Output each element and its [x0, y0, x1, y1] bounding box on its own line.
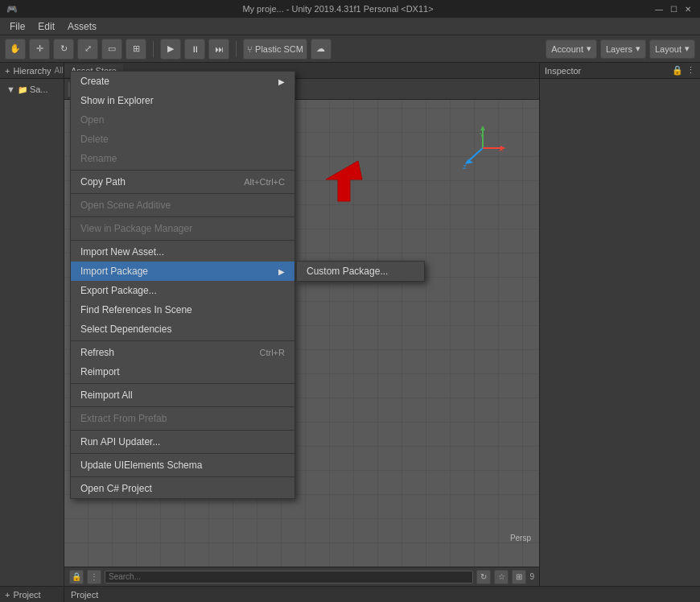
account-dropdown[interactable]: Account ▾ — [546, 39, 597, 59]
chevron-down-icon: ▾ — [685, 43, 690, 54]
context-menu: Create ▶ Show in Explorer Open Delete Re… — [70, 71, 295, 499]
hierarchy-header: + Hierarchy All — [0, 63, 64, 79]
toolbar-separator-2 — [236, 41, 237, 57]
ctx-select-dependencies[interactable]: Select Dependencies — [71, 320, 294, 339]
ctx-sep-8 — [71, 430, 294, 431]
ctx-update-uielements[interactable]: Update UIElements Schema — [71, 456, 294, 475]
svg-text:Y: Y — [480, 131, 484, 138]
viewport-search-input[interactable] — [105, 571, 473, 583]
scale-tool[interactable]: ⤢ — [77, 39, 98, 60]
play-button[interactable]: ▶ — [160, 39, 181, 60]
menu-bar: File Edit Assets — [0, 18, 700, 35]
ctx-rename: Rename — [71, 149, 294, 168]
viewport-menu-btn[interactable]: ⋮ — [87, 570, 101, 584]
expand-icon: ▼ — [6, 85, 15, 94]
viewport-star-btn[interactable]: ☆ — [494, 570, 509, 584]
viewport-count: 9 — [529, 572, 534, 581]
ctx-find-references[interactable]: Find References In Scene — [71, 300, 294, 320]
ctx-extract-from-prefab: Extract From Prefab — [71, 409, 294, 428]
bottom-layout: + Project ★ Favorites All M... All M... … — [0, 586, 700, 602]
plastic-scm-button[interactable]: ⑂ Plastic SCM — [243, 39, 307, 60]
project-title: Project — [13, 590, 40, 600]
project-tabs: Project — [64, 587, 700, 602]
chevron-down-icon: ▾ — [587, 43, 591, 54]
ctx-open-csharp-project[interactable]: Open C# Project — [71, 479, 294, 498]
minimize-button[interactable]: — — [653, 3, 665, 14]
hierarchy-all-label: All — [55, 66, 64, 75]
import-package-submenu: Custom Package... — [296, 261, 425, 282]
cloud-button[interactable]: ☁ — [311, 39, 331, 60]
submenu-arrow-icon: ▶ — [278, 77, 285, 86]
ctx-import-new-asset[interactable]: Import New Asset... — [71, 242, 294, 262]
rect-tool[interactable]: ▭ — [101, 39, 122, 60]
menu-assets[interactable]: Assets — [61, 19, 103, 34]
ctx-reimport[interactable]: Reimport — [71, 362, 294, 381]
toolbar: ✋ ✛ ↻ ⤢ ▭ ⊞ ▶ ⏸ ⏭ ⑂ Plastic SCM ☁ Accoun… — [0, 35, 700, 63]
project-sidebar: + Project ★ Favorites All M... All M... … — [0, 587, 64, 602]
ctx-reimport-all[interactable]: Reimport All — [71, 386, 294, 405]
menu-edit[interactable]: Edit — [31, 19, 61, 34]
ctx-sep-10 — [71, 476, 294, 477]
ctx-refresh[interactable]: Refresh Ctrl+R — [71, 343, 294, 362]
move-tool[interactable]: ✛ — [29, 39, 50, 60]
project-header: + Project — [0, 587, 64, 602]
ctx-open-scene-additive: Open Scene Additive — [71, 196, 294, 215]
rotate-tool[interactable]: ↻ — [53, 39, 74, 60]
ctx-copy-path[interactable]: Copy Path Alt+Ctrl+C — [71, 172, 294, 192]
persp-label: Persp — [510, 534, 531, 542]
ctx-sep-2 — [71, 193, 294, 194]
scene-gizmo: Y X Z — [459, 124, 507, 172]
svg-marker-1 — [480, 126, 485, 130]
viewport-grid-btn[interactable]: ⊞ — [512, 570, 526, 584]
ctx-sep-5 — [71, 340, 294, 341]
hierarchy-panel: + Hierarchy All ▼ 📁 Sa... — [0, 63, 64, 586]
ctx-delete: Delete — [71, 130, 294, 149]
hierarchy-create-btn[interactable]: + — [5, 66, 10, 76]
ctx-show-in-explorer[interactable]: Show in Explorer — [71, 91, 294, 110]
hierarchy-content: ▼ 📁 Sa... — [0, 79, 64, 586]
close-button[interactable]: ✕ — [682, 3, 694, 14]
ctx-sep-7 — [71, 406, 294, 407]
ctx-sep-3 — [71, 216, 294, 217]
inspector-header: Inspector 🔒 ⋮ — [540, 63, 700, 79]
pause-button[interactable]: ⏸ — [184, 39, 205, 60]
svg-text:X: X — [499, 146, 504, 153]
ctx-view-package-manager: View in Package Manager — [71, 219, 294, 238]
hierarchy-scene-item[interactable]: ▼ 📁 Sa... — [3, 82, 60, 97]
layers-dropdown[interactable]: Layers ▾ — [600, 39, 646, 59]
viewport-bottom-bar: 🔒 ⋮ ↻ ☆ ⊞ 9 — [64, 567, 539, 586]
ctx-sep-6 — [71, 383, 294, 384]
ctx-run-api-updater[interactable]: Run API Updater... — [71, 432, 294, 452]
ctx-open: Open — [71, 110, 294, 130]
ctx-sep-4 — [71, 240, 294, 241]
viewport-lock-btn[interactable]: 🔒 — [69, 570, 84, 584]
project-tab[interactable]: Project — [64, 588, 105, 601]
inspector-menu-icon[interactable]: ⋮ — [686, 65, 695, 76]
layout-dropdown[interactable]: Layout ▾ — [649, 39, 695, 59]
toolbar-separator-1 — [153, 41, 154, 57]
menu-file[interactable]: File — [3, 19, 31, 34]
ctx-sep-1 — [71, 170, 294, 171]
svg-text:Z: Z — [463, 163, 467, 171]
hand-tool[interactable]: ✋ — [5, 39, 26, 60]
inspector-lock-icon[interactable]: 🔒 — [672, 65, 683, 76]
ctx-import-package[interactable]: Import Package ▶ Custom Package... — [71, 262, 294, 281]
viewport-filter-btn[interactable]: ↻ — [476, 570, 491, 584]
step-button[interactable]: ⏭ — [208, 39, 229, 60]
title-bar: 🎮 My proje... - Unity 2019.4.31f1 Person… — [0, 0, 700, 18]
inspector-title: Inspector — [545, 66, 581, 76]
hierarchy-title: Hierarchy — [13, 66, 51, 76]
project-main: Project ▼ 📁 Assets 📁 Scenes 📁 Packages — [64, 587, 700, 602]
ctx-custom-package[interactable]: Custom Package... — [297, 262, 424, 281]
inspector-panel: Inspector 🔒 ⋮ — [539, 63, 700, 586]
ctx-sep-9 — [71, 453, 294, 454]
transform-tool[interactable]: ⊞ — [126, 39, 146, 60]
ctx-export-package[interactable]: Export Package... — [71, 281, 294, 300]
project-create-btn[interactable]: + — [5, 590, 10, 600]
window-title: My proje... - Unity 2019.4.31f1 Personal… — [23, 4, 653, 14]
chevron-down-icon: ▾ — [636, 43, 640, 54]
submenu-arrow-icon: ▶ — [278, 267, 285, 276]
app-icon: 🎮 — [6, 4, 18, 14]
maximize-button[interactable]: ☐ — [668, 3, 679, 14]
ctx-create[interactable]: Create ▶ — [71, 72, 294, 91]
